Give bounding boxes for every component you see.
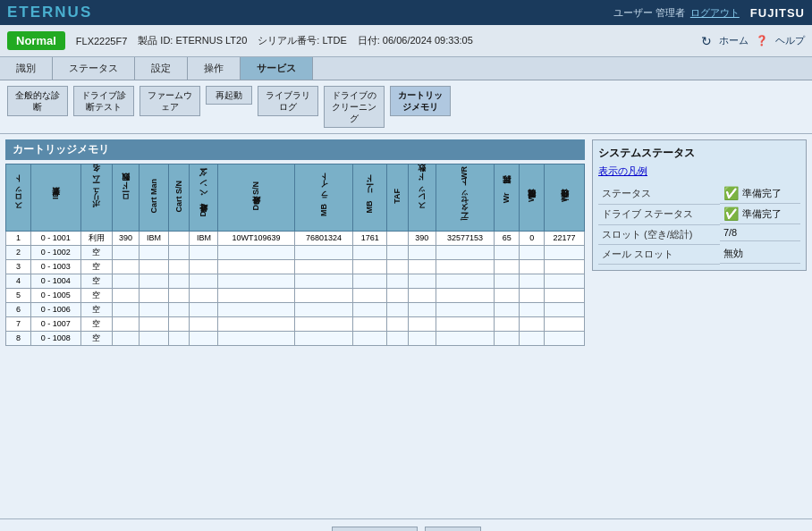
- refresh-icon: ↻: [701, 34, 712, 48]
- cell-dataset_wr: [436, 259, 495, 274]
- cell-temp_stop_wr: [545, 302, 585, 316]
- cartridge-mem-button[interactable]: カートリッジメモリ: [390, 86, 451, 116]
- tab-settings[interactable]: 設定: [135, 57, 188, 80]
- cell-elem_id: 0 - 1003: [30, 259, 80, 274]
- cell-slot: 8: [6, 331, 31, 345]
- cell-elem_id: 0 - 1008: [30, 331, 80, 345]
- cell-temp_stop_wr: [545, 245, 585, 259]
- status-badge: Normal: [7, 31, 65, 50]
- cell-cart_sn: [168, 316, 190, 331]
- table-row: 30 - 1003空: [6, 259, 585, 274]
- cell-last_drv_sn: [218, 331, 294, 345]
- cell-irrecov_wr: [520, 259, 545, 274]
- col-cart-man: Cart Man: [140, 164, 168, 232]
- cell-mb_write: [294, 274, 353, 288]
- cell-mb_load: [353, 302, 387, 316]
- cell-volume_name: 利用: [80, 231, 112, 245]
- cell-slot: 3: [6, 259, 31, 274]
- cell-cart_man: [140, 259, 168, 274]
- cell-taf: [387, 316, 409, 331]
- cell-volume_name: 空: [80, 331, 112, 345]
- cell-irrecov_wr: [520, 302, 545, 316]
- cell-last_drv_vendor: [190, 274, 218, 288]
- cell-load_count: [112, 259, 140, 274]
- cell-dataset_wr: [436, 331, 495, 345]
- cell-mb_load: [353, 274, 387, 288]
- tab-service[interactable]: サービス: [241, 57, 313, 80]
- drive-clean-button[interactable]: ドライブのクリーニング: [324, 86, 385, 128]
- cell-mb_load: [353, 331, 387, 345]
- cartridge-table: スロット 要素 ID ボリューム名 ロード回数 Cart Man Cart S/…: [5, 164, 585, 346]
- firmware-button[interactable]: ファームウェア: [140, 86, 200, 116]
- drive-diag-button[interactable]: ドライブ診断テスト: [73, 86, 134, 116]
- status-value: ✅ 準備完了: [720, 183, 800, 204]
- cell-volume_name: 空: [80, 259, 112, 274]
- cell-load_count: 390: [112, 231, 140, 245]
- cell-last_drv_vendor: [190, 245, 218, 259]
- model-info: FLX2225F7: [76, 36, 127, 46]
- cell-temp_stop_wr: 22177: [545, 231, 585, 245]
- cell-wr_retry: [495, 288, 520, 302]
- cell-slot: 6: [6, 302, 31, 316]
- cell-volume_name: 空: [80, 245, 112, 259]
- logout-link[interactable]: ログアウト: [690, 6, 740, 20]
- status-legend-link[interactable]: 表示の凡例: [598, 164, 800, 178]
- status-ok-icon: ✅: [723, 186, 739, 200]
- cell-wr_retry: [495, 245, 520, 259]
- library-log-button[interactable]: ライブラリログ: [258, 86, 318, 116]
- cell-taf: [387, 331, 409, 345]
- cell-cart_man: [140, 245, 168, 259]
- cell-cart_man: IBM: [140, 231, 168, 245]
- bottom-bar: リフレッシュ ダンプ: [0, 518, 812, 531]
- cell-last_drv_vendor: [190, 259, 218, 274]
- cell-volume_name: 空: [80, 316, 112, 331]
- cell-last_drv_sn: [218, 259, 294, 274]
- cell-taf: [387, 302, 409, 316]
- status-panel: システムステータス 表示の凡例 ステータス✅ 準備完了ドライブ ステータス✅ 準…: [592, 139, 807, 271]
- table-row: 60 - 1006空: [6, 302, 585, 316]
- home-link[interactable]: ホーム: [719, 34, 749, 47]
- general-diag-button[interactable]: 全般的な診断: [7, 86, 68, 116]
- status-row: スロット (空き/総計)7/8: [598, 224, 800, 244]
- cell-volume_name: 空: [80, 288, 112, 302]
- cell-elem_id: 0 - 1007: [30, 316, 80, 331]
- col-last-drv-vendor: 最終 Drv ベンダー: [190, 164, 218, 232]
- cell-sled_count: [408, 316, 436, 331]
- table-row: 20 - 1002空: [6, 245, 585, 259]
- cell-cart_sn: [168, 259, 190, 274]
- cell-sled_count: [408, 331, 436, 345]
- restart-button[interactable]: 再起動: [206, 86, 252, 105]
- status-ok-icon: ✅: [723, 206, 739, 221]
- cell-cart_man: [140, 288, 168, 302]
- cell-slot: 5: [6, 288, 31, 302]
- cell-volume_name: 空: [80, 302, 112, 316]
- cell-cart_sn: [168, 302, 190, 316]
- status-value: ✅ 準備完了: [720, 204, 800, 224]
- cell-slot: 1: [6, 231, 31, 245]
- col-mb-load: MB リード: [353, 164, 387, 232]
- col-vol-name: ボリューム名: [80, 164, 112, 232]
- cell-slot: 4: [6, 274, 31, 288]
- cell-load_count: [112, 316, 140, 331]
- cell-sled_count: [408, 274, 436, 288]
- cell-dataset_wr: [436, 288, 495, 302]
- cell-mb_load: [353, 316, 387, 331]
- cell-load_count: [112, 331, 140, 345]
- system-status-panel: システムステータス 表示の凡例 ステータス✅ 準備完了ドライブ ステータス✅ 準…: [592, 139, 807, 513]
- cell-dataset_wr: [436, 274, 495, 288]
- cell-cart_sn: [168, 331, 190, 345]
- tab-operations[interactable]: 操作: [188, 57, 241, 80]
- cell-mb_load: 1761: [353, 231, 387, 245]
- tab-status[interactable]: ステータス: [53, 57, 135, 80]
- user-label: ユーザー 管理者: [613, 6, 685, 20]
- refresh-button[interactable]: リフレッシュ: [332, 527, 418, 531]
- cell-irrecov_wr: [520, 274, 545, 288]
- help-link[interactable]: ヘルプ: [775, 34, 805, 47]
- cell-last_drv_sn: [218, 274, 294, 288]
- col-last-drv-sn: 最終Drv S/N: [218, 164, 294, 232]
- cell-taf: [387, 288, 409, 302]
- tab-identify[interactable]: 識別: [0, 57, 53, 80]
- cell-mb_write: [294, 288, 353, 302]
- cell-cart_man: [140, 274, 168, 288]
- dump-button[interactable]: ダンプ: [425, 527, 481, 531]
